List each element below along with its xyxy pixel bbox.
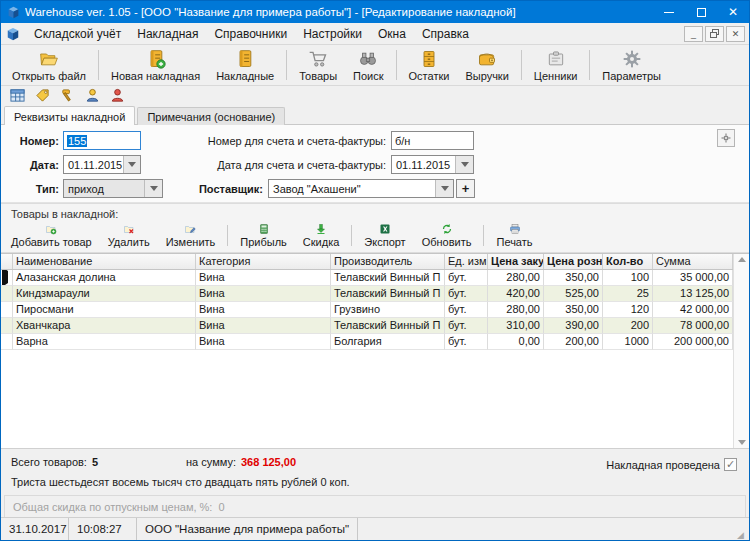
menu-item-stock[interactable]: Складской учёт [26, 25, 129, 43]
invoices-icon [235, 49, 255, 69]
menu-item-settings[interactable]: Настройки [295, 25, 370, 43]
export-button[interactable]: Экспорт [356, 221, 413, 250]
table-row[interactable]: ПиросманиВинаГрузвинобут.280,00350,00120… [1, 302, 733, 318]
goods-button[interactable]: Товары [291, 46, 345, 84]
tab-strip: Реквизиты накладной Примечания (основани… [1, 105, 749, 125]
posted-checkbox[interactable]: ✓ [724, 458, 737, 471]
tab-invoice-details[interactable]: Реквизиты накладной [4, 106, 135, 125]
invoice-number-input[interactable]: б/н [391, 131, 474, 150]
items-toolbar: Добавить товар Удалить Изменить Прибыль … [1, 221, 749, 252]
number-label: Номер: [1, 135, 59, 147]
minimize-button[interactable] [653, 1, 685, 23]
cabinet-icon [419, 49, 439, 69]
toolbar-separator [521, 50, 522, 80]
column-header[interactable]: Производитель [331, 254, 445, 269]
menu-item-directories[interactable]: Справочники [206, 25, 295, 43]
chevron-down-icon[interactable] [435, 180, 453, 197]
chevron-down-icon[interactable] [455, 156, 473, 173]
add-supplier-button[interactable]: + [456, 179, 475, 198]
menu-item-invoice[interactable]: Накладная [129, 25, 206, 43]
print-button[interactable]: Печать [488, 221, 540, 250]
table-row[interactable]: Алазанская долинаВинаТелавский Винный Пб… [1, 270, 733, 286]
search-button[interactable]: Поиск [345, 46, 391, 84]
chevron-down-icon[interactable] [144, 180, 162, 197]
refresh-icon [437, 223, 457, 235]
number-input[interactable]: 155 [63, 131, 141, 150]
column-header[interactable]: Кол-во [603, 254, 653, 269]
mdi-close-button[interactable]: ✕ [726, 26, 745, 42]
table-cell: 390,00 [544, 318, 603, 334]
delete-item-button[interactable]: Удалить [100, 221, 158, 250]
refresh-button[interactable]: Обновить [414, 221, 480, 250]
tab-notes[interactable]: Примечания (основание) [137, 107, 285, 125]
invoice-date-combo[interactable]: 01.11.2015 [391, 155, 474, 174]
price-tags-button[interactable]: Ценники [526, 46, 586, 84]
remains-button[interactable]: Остатки [401, 46, 458, 84]
table-cell: 100 [603, 270, 653, 286]
discount-button[interactable]: Скидка [295, 221, 348, 250]
table-cell: Грузвино [331, 302, 445, 318]
form-settings-button[interactable] [717, 129, 735, 147]
invoice-number-label: Номер для счета и счета-фактуры: [181, 135, 386, 147]
column-header[interactable]: Сумма [653, 254, 733, 269]
type-combo[interactable]: приход [63, 179, 163, 198]
app-window: Warehouse ver. 1.05 - [ООО "Название для… [0, 0, 750, 541]
new-invoice-button[interactable]: Новая накладная [103, 46, 208, 84]
total-items-value: 5 [92, 456, 98, 468]
menu-item-help[interactable]: Справка [414, 25, 477, 43]
add-item-button[interactable]: Добавить товар [3, 221, 100, 250]
parameters-button[interactable]: Параметры [594, 46, 669, 84]
close-button[interactable]: ✕ [717, 1, 749, 23]
status-date: 31.10.2017 [1, 518, 69, 540]
maximize-button[interactable] [685, 1, 717, 23]
date-combo[interactable]: 01.11.2015 [63, 155, 141, 174]
open-file-button[interactable]: Открыть файл [4, 46, 94, 84]
column-header[interactable]: Цена розни [544, 254, 603, 269]
supplier-combo[interactable]: Завод "Ахашени" [268, 179, 454, 198]
column-header[interactable]: Категория [196, 254, 331, 269]
user-red-button[interactable] [109, 87, 126, 104]
arrow-down-icon [311, 223, 331, 235]
table-cell: бут. [445, 302, 488, 318]
posted-label: Накладная проведена [606, 459, 720, 471]
tag-icon [35, 88, 50, 103]
edit-item-button[interactable]: Изменить [158, 221, 224, 250]
revenues-button[interactable]: Выручки [457, 46, 516, 84]
table-cell: Вина [196, 270, 331, 286]
table-cell: Варна [13, 334, 196, 350]
table-row[interactable]: КиндзмараулиВинаТелавский Винный Пбут.42… [1, 286, 733, 302]
mdi-minimize-button[interactable]: _ [684, 26, 703, 42]
table-cell: 13 125,00 [653, 286, 733, 302]
invoices-button[interactable]: Накладные [208, 46, 282, 84]
grid-button[interactable] [9, 87, 26, 104]
status-bar: 31.10.2017 10:08:27 ООО "Название для пр… [1, 517, 749, 540]
toolbar-separator [589, 50, 590, 80]
table-cell: 0,00 [488, 334, 544, 350]
total-items-label: Всего товаров: [11, 456, 87, 468]
table-row[interactable]: ВарнаВинаБолгариябут.0,00200,001000200 0… [1, 334, 733, 350]
vertical-scrollbar[interactable] [733, 254, 749, 448]
chevron-down-icon[interactable] [123, 156, 140, 173]
table-cell: Телавский Винный П [331, 270, 445, 286]
table-row[interactable]: ХванчкараВинаТелавский Винный Пбут.310,0… [1, 318, 733, 334]
toolbar-separator [286, 50, 287, 80]
window-title: Warehouse ver. 1.05 - [ООО "Название для… [25, 6, 653, 18]
tag-button[interactable] [34, 87, 51, 104]
mdi-controls: _ ✕ [684, 26, 749, 42]
profit-button[interactable]: Прибыль [232, 221, 295, 250]
column-header[interactable]: Цена закуп [488, 254, 544, 269]
user-button[interactable] [84, 87, 101, 104]
scroll-up-icon[interactable] [738, 257, 746, 262]
mdi-restore-button[interactable] [705, 26, 724, 42]
hammer-button[interactable] [59, 87, 76, 104]
table-cell: Вина [196, 302, 331, 318]
table-cell: 42 000,00 [653, 302, 733, 318]
scroll-down-icon[interactable] [738, 440, 746, 445]
app-logo-icon [7, 6, 20, 19]
resize-grip[interactable]: ◢ [737, 530, 749, 540]
table-cell: Телавский Винный П [331, 286, 445, 302]
column-header[interactable]: Ед. изм. [445, 254, 488, 269]
column-header[interactable]: Наименование [13, 254, 196, 269]
type-label: Тип: [1, 183, 59, 195]
menu-item-windows[interactable]: Окна [370, 25, 414, 43]
